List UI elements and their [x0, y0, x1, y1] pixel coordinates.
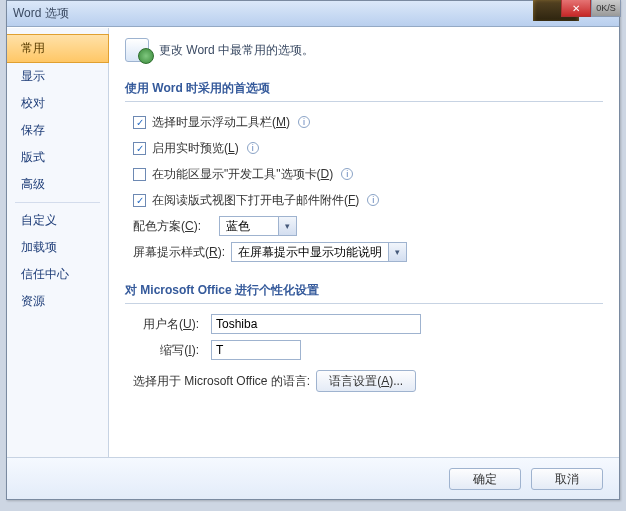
options-icon [125, 38, 149, 62]
sidebar-item-resources[interactable]: 资源 [7, 288, 108, 315]
sidebar-item-save[interactable]: 保存 [7, 117, 108, 144]
dialog-body: 常用 显示 校对 保存 版式 高级 自定义 加载项 信任中心 资源 更改 Wor… [7, 27, 619, 457]
window-controls: ✕ 0K/S [561, 0, 621, 17]
window-title: Word 选项 [13, 5, 69, 22]
checkbox-icon[interactable]: ✓ [133, 116, 146, 129]
chevron-down-icon[interactable]: ▾ [389, 242, 407, 262]
username-field[interactable] [211, 314, 421, 334]
info-icon[interactable]: i [367, 194, 379, 206]
sidebar: 常用 显示 校对 保存 版式 高级 自定义 加载项 信任中心 资源 [7, 28, 109, 457]
sidebar-item-general[interactable]: 常用 [7, 34, 109, 63]
word-options-dialog: Word 选项 ✕ 0K/S 常用 显示 校对 保存 版式 高级 自定义 加载项… [6, 0, 620, 500]
color-scheme-row: 配色方案(C): 蓝色 ▾ [133, 216, 603, 236]
titlebar[interactable]: Word 选项 ✕ 0K/S [7, 1, 619, 27]
sidebar-item-customize[interactable]: 自定义 [7, 207, 108, 234]
opt-live-preview[interactable]: ✓ 启用实时预览(L) i [133, 138, 603, 158]
section-title-personal: 对 Microsoft Office 进行个性化设置 [125, 278, 603, 304]
screentip-select[interactable]: 在屏幕提示中显示功能说明 ▾ [231, 242, 407, 262]
sidebar-item-advanced[interactable]: 高级 [7, 171, 108, 198]
info-icon[interactable]: i [247, 142, 259, 154]
opt-developer-tab[interactable]: 在功能区显示"开发工具"选项卡(D) i [133, 164, 603, 184]
dialog-footer: 确定 取消 [7, 457, 619, 499]
select-value: 蓝色 [219, 216, 279, 236]
sidebar-item-addins[interactable]: 加载项 [7, 234, 108, 261]
opt-label: 在阅读版式视图下打开电子邮件附件(F) [152, 192, 359, 209]
personal-form: 用户名(U): 缩写(I): [133, 314, 603, 360]
netmeter-overlay: 0K/S [591, 0, 621, 17]
sidebar-item-layout[interactable]: 版式 [7, 144, 108, 171]
opt-label: 启用实时预览(L) [152, 140, 239, 157]
checkbox-icon[interactable]: ✓ [133, 194, 146, 207]
page-header: 更改 Word 中最常用的选项。 [125, 38, 603, 62]
sidebar-separator [15, 202, 100, 203]
chevron-down-icon[interactable]: ▾ [279, 216, 297, 236]
opt-reading-layout[interactable]: ✓ 在阅读版式视图下打开电子邮件附件(F) i [133, 190, 603, 210]
screentip-row: 屏幕提示样式(R): 在屏幕提示中显示功能说明 ▾ [133, 242, 603, 262]
checkbox-icon[interactable] [133, 168, 146, 181]
screentip-label: 屏幕提示样式(R): [133, 244, 225, 261]
opt-label: 在功能区显示"开发工具"选项卡(D) [152, 166, 333, 183]
cancel-button[interactable]: 取消 [531, 468, 603, 490]
sidebar-item-trust[interactable]: 信任中心 [7, 261, 108, 288]
color-scheme-label: 配色方案(C): [133, 218, 201, 235]
color-scheme-select[interactable]: 蓝色 ▾ [219, 216, 297, 236]
page-header-text: 更改 Word 中最常用的选项。 [159, 42, 314, 59]
main-panel: 更改 Word 中最常用的选项。 使用 Word 时采用的首选项 ✓ 选择时显示… [109, 28, 619, 457]
initials-field[interactable] [211, 340, 301, 360]
sidebar-item-display[interactable]: 显示 [7, 63, 108, 90]
section-title-top: 使用 Word 时采用的首选项 [125, 76, 603, 102]
opt-mini-toolbar[interactable]: ✓ 选择时显示浮动工具栏(M) i [133, 112, 603, 132]
select-value: 在屏幕提示中显示功能说明 [231, 242, 389, 262]
info-icon[interactable]: i [341, 168, 353, 180]
language-row: 选择用于 Microsoft Office 的语言: 语言设置(A)... [133, 370, 603, 392]
initials-label: 缩写(I): [133, 340, 203, 360]
sidebar-item-proofing[interactable]: 校对 [7, 90, 108, 117]
close-icon[interactable]: ✕ [561, 0, 591, 17]
opt-label: 选择时显示浮动工具栏(M) [152, 114, 290, 131]
checkbox-icon[interactable]: ✓ [133, 142, 146, 155]
language-settings-button[interactable]: 语言设置(A)... [316, 370, 416, 392]
info-icon[interactable]: i [298, 116, 310, 128]
username-label: 用户名(U): [133, 314, 203, 334]
ok-button[interactable]: 确定 [449, 468, 521, 490]
language-line: 选择用于 Microsoft Office 的语言: [133, 373, 310, 390]
